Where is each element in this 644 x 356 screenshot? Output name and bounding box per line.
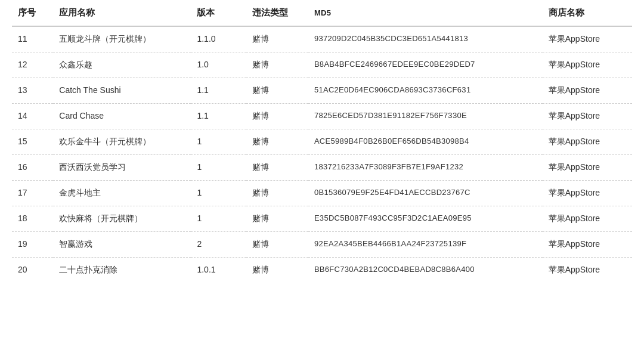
- cell-store: 苹果AppStore: [543, 155, 632, 181]
- cell-version: 1.1: [191, 78, 246, 104]
- cell-store: 苹果AppStore: [543, 78, 632, 104]
- cell-version: 1.1.0: [191, 26, 246, 52]
- cell-seq: 12: [12, 52, 53, 78]
- cell-seq: 13: [12, 78, 53, 104]
- table-row: 16西沃西沃党员学习1赌博1837216233A7F3089F3FB7E1F9A…: [12, 155, 632, 181]
- header-version: 版本: [191, 0, 246, 26]
- cell-name: Catch The Sushi: [53, 78, 191, 104]
- data-table: 序号 应用名称 版本 违法类型 MD5 商店名称 11五顺龙斗牌（开元棋牌）1.…: [12, 0, 632, 283]
- header-violation: 违法类型: [246, 0, 308, 26]
- table-row: 13Catch The Sushi1.1赌博51AC2E0D64EC906CDA…: [12, 78, 632, 104]
- cell-version: 1: [191, 155, 246, 181]
- cell-md5: 92EA2A345BEB4466B1AA24F23725139F: [308, 232, 543, 258]
- cell-md5: 1837216233A7F3089F3FB7E1F9AF1232: [308, 155, 543, 181]
- table-row: 12众鑫乐趣1.0赌博B8AB4BFCE2469667EDEE9EC0BE29D…: [12, 52, 632, 78]
- cell-name: 众鑫乐趣: [53, 52, 191, 78]
- cell-store: 苹果AppStore: [543, 104, 632, 129]
- cell-store: 苹果AppStore: [543, 26, 632, 52]
- main-container: 序号 应用名称 版本 违法类型 MD5 商店名称 11五顺龙斗牌（开元棋牌）1.…: [0, 0, 644, 283]
- cell-seq: 18: [12, 206, 53, 232]
- cell-store: 苹果AppStore: [543, 206, 632, 232]
- table-row: 19智赢游戏2赌博92EA2A345BEB4466B1AA24F23725139…: [12, 232, 632, 258]
- cell-violation: 赌博: [246, 258, 308, 283]
- cell-name: Card Chase: [53, 104, 191, 129]
- cell-store: 苹果AppStore: [543, 181, 632, 206]
- cell-seq: 15: [12, 129, 53, 155]
- cell-store: 苹果AppStore: [543, 129, 632, 155]
- cell-name: 欢快麻将（开元棋牌）: [53, 206, 191, 232]
- cell-md5: 937209D2C045B35CDC3ED651A5441813: [308, 26, 543, 52]
- cell-violation: 赌博: [246, 78, 308, 104]
- cell-violation: 赌博: [246, 181, 308, 206]
- cell-violation: 赌博: [246, 26, 308, 52]
- cell-version: 1: [191, 181, 246, 206]
- cell-version: 1.1: [191, 104, 246, 129]
- table-row: 15欢乐金牛斗（开元棋牌）1赌博ACE5989B4F0B26B0EF656DB5…: [12, 129, 632, 155]
- cell-violation: 赌博: [246, 52, 308, 78]
- cell-md5: 51AC2E0D64EC906CDA8693C3736CF631: [308, 78, 543, 104]
- cell-md5: E35DC5B087F493CC95F3D2C1AEA09E95: [308, 206, 543, 232]
- cell-violation: 赌博: [246, 232, 308, 258]
- table-row: 18欢快麻将（开元棋牌）1赌博E35DC5B087F493CC95F3D2C1A…: [12, 206, 632, 232]
- cell-name: 欢乐金牛斗（开元棋牌）: [53, 129, 191, 155]
- cell-md5: BB6FC730A2B12C0CD4BEBAD8C8B6A400: [308, 258, 543, 283]
- cell-violation: 赌博: [246, 155, 308, 181]
- header-seq: 序号: [12, 0, 53, 26]
- cell-seq: 19: [12, 232, 53, 258]
- cell-name: 五顺龙斗牌（开元棋牌）: [53, 26, 191, 52]
- table-row: 17金虎斗地主1赌博0B1536079E9F25E4FD41AECCBD2376…: [12, 181, 632, 206]
- cell-name: 金虎斗地主: [53, 181, 191, 206]
- cell-name: 西沃西沃党员学习: [53, 155, 191, 181]
- cell-name: 二十点扑克消除: [53, 258, 191, 283]
- cell-violation: 赌博: [246, 206, 308, 232]
- cell-seq: 17: [12, 181, 53, 206]
- table-header-row: 序号 应用名称 版本 违法类型 MD5 商店名称: [12, 0, 632, 26]
- cell-seq: 16: [12, 155, 53, 181]
- cell-seq: 20: [12, 258, 53, 283]
- cell-version: 1.0: [191, 52, 246, 78]
- cell-seq: 11: [12, 26, 53, 52]
- header-md5: MD5: [308, 0, 543, 26]
- table-row: 20二十点扑克消除1.0.1赌博BB6FC730A2B12C0CD4BEBAD8…: [12, 258, 632, 283]
- header-store: 商店名称: [543, 0, 632, 26]
- cell-md5: B8AB4BFCE2469667EDEE9EC0BE29DED7: [308, 52, 543, 78]
- cell-md5: 0B1536079E9F25E4FD41AECCBD23767C: [308, 181, 543, 206]
- cell-version: 1.0.1: [191, 258, 246, 283]
- cell-version: 1: [191, 206, 246, 232]
- cell-version: 2: [191, 232, 246, 258]
- cell-md5: ACE5989B4F0B26B0EF656DB54B3098B4: [308, 129, 543, 155]
- header-name: 应用名称: [53, 0, 191, 26]
- cell-name: 智赢游戏: [53, 232, 191, 258]
- cell-violation: 赌博: [246, 129, 308, 155]
- table-row: 11五顺龙斗牌（开元棋牌）1.1.0赌博937209D2C045B35CDC3E…: [12, 26, 632, 52]
- cell-store: 苹果AppStore: [543, 232, 632, 258]
- table-row: 14Card Chase1.1赌博7825E6CED57D381E91182EF…: [12, 104, 632, 129]
- cell-store: 苹果AppStore: [543, 52, 632, 78]
- cell-md5: 7825E6CED57D381E91182EF756F7330E: [308, 104, 543, 129]
- cell-violation: 赌博: [246, 104, 308, 129]
- cell-seq: 14: [12, 104, 53, 129]
- cell-store: 苹果AppStore: [543, 258, 632, 283]
- cell-version: 1: [191, 129, 246, 155]
